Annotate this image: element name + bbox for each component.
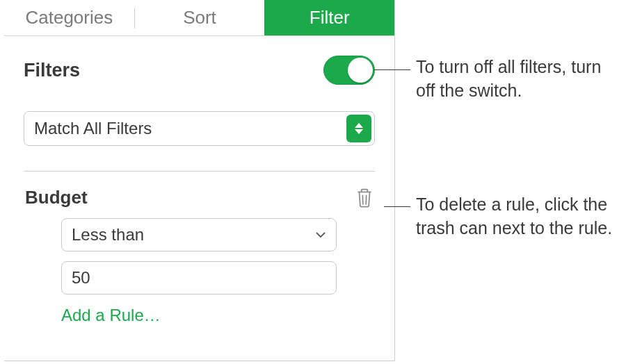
rule-header: Budget — [24, 187, 375, 208]
tab-label: Filter — [310, 7, 350, 28]
stepper-icon — [346, 115, 371, 142]
toggle-knob — [348, 58, 373, 83]
operator-value: Less than — [72, 225, 144, 245]
match-mode-value: Match All Filters — [34, 119, 152, 138]
tab-categories[interactable]: Categories — [4, 0, 134, 35]
rule-column-name: Budget — [25, 187, 88, 208]
value-input[interactable] — [61, 261, 337, 295]
filters-header-row: Filters — [24, 56, 375, 85]
tab-sort[interactable]: Sort — [135, 0, 265, 35]
operator-select[interactable]: Less than — [61, 218, 337, 251]
tab-label: Categories — [25, 7, 113, 28]
trash-icon[interactable] — [355, 188, 374, 208]
svg-line-1 — [366, 195, 367, 204]
callout-trash: To delete a rule, click the trash can ne… — [416, 193, 618, 240]
filters-heading: Filters — [24, 60, 80, 81]
filters-section: Filters Match All Filters Budget — [4, 36, 394, 325]
section-divider — [24, 171, 375, 172]
match-mode-select[interactable]: Match All Filters — [24, 111, 375, 146]
callout-leader-line — [374, 69, 410, 70]
tab-bar: Categories Sort Filter — [4, 0, 394, 36]
add-rule-link[interactable]: Add a Rule… — [61, 306, 375, 325]
chevron-down-icon — [315, 229, 326, 240]
tab-label: Sort — [183, 7, 216, 28]
rule-body: Less than Add a Rule… — [24, 208, 375, 325]
callout-leader-line — [384, 206, 410, 207]
filter-panel: Categories Sort Filter Filters Match All… — [4, 0, 395, 361]
tab-filter[interactable]: Filter — [264, 0, 394, 35]
filters-toggle[interactable] — [323, 56, 375, 85]
callout-switch: To turn off all filters, turn off the sw… — [416, 56, 611, 103]
svg-line-0 — [362, 195, 363, 204]
